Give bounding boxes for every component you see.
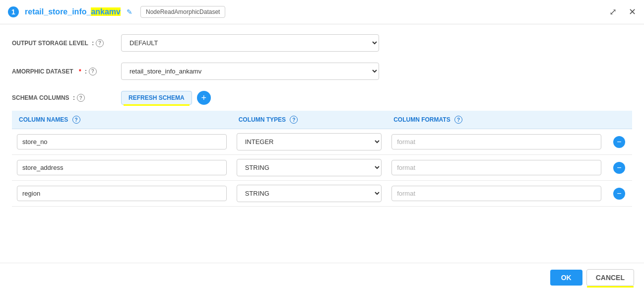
column-type-select-1[interactable]: INTEGERSTRINGFLOATBOOLEANDATETIMESTAMP bbox=[237, 159, 382, 176]
actions-header bbox=[606, 111, 632, 129]
output-storage-level-select[interactable]: DEFAULT MEMORY_ONLY DISK_ONLY MEMORY_AND… bbox=[121, 34, 379, 52]
amorphic-dataset-select[interactable]: retail_store_info_ankamv bbox=[121, 63, 379, 80]
title-highlight: ankamv bbox=[91, 7, 121, 16]
column-format-input-2[interactable] bbox=[391, 186, 601, 201]
table-row: INTEGERSTRINGFLOATBOOLEANDATETIMESTAMP− bbox=[12, 155, 632, 181]
close-icon[interactable]: ✕ bbox=[629, 6, 636, 17]
content-area: OUTPUT STORAGE LEVEL : ? DEFAULT MEMORY_… bbox=[0, 24, 644, 263]
column-format-input-0[interactable] bbox=[391, 134, 601, 149]
output-storage-level-label: OUTPUT STORAGE LEVEL : ? bbox=[12, 39, 121, 47]
output-storage-level-help-icon[interactable]: ? bbox=[96, 39, 104, 47]
column-name-input-0[interactable] bbox=[17, 134, 227, 149]
ok-button[interactable]: OK bbox=[550, 270, 582, 286]
schema-columns-label: SCHEMA COLUMNS : ? bbox=[12, 94, 121, 102]
add-schema-column-button[interactable]: + bbox=[197, 91, 211, 105]
table-row: INTEGERSTRINGFLOATBOOLEANDATETIMESTAMP− bbox=[12, 129, 632, 155]
page-title: retail_store_info_ankamv bbox=[25, 7, 121, 16]
column-name-input-1[interactable] bbox=[17, 160, 227, 175]
column-types-header: COLUMN TYPES ? bbox=[232, 111, 387, 129]
table-header-row: COLUMN NAMES ? COLUMN TYPES ? COLUMN FOR… bbox=[12, 111, 632, 129]
node-type-badge: NodeReadAmorphicDataset bbox=[140, 6, 225, 18]
edit-icon[interactable]: ✎ bbox=[127, 8, 132, 16]
column-name-input-2[interactable] bbox=[17, 186, 227, 201]
amorphic-dataset-label: AMORPHIC DATASET * : ? bbox=[12, 68, 121, 75]
table-row: INTEGERSTRINGFLOATBOOLEANDATETIMESTAMP− bbox=[12, 181, 632, 207]
schema-table: COLUMN NAMES ? COLUMN TYPES ? COLUMN FOR… bbox=[12, 111, 632, 207]
column-formats-help-icon[interactable]: ? bbox=[454, 116, 462, 124]
column-names-header: COLUMN NAMES ? bbox=[12, 111, 232, 129]
output-storage-level-control: DEFAULT MEMORY_ONLY DISK_ONLY MEMORY_AND… bbox=[121, 34, 379, 52]
cancel-button[interactable]: CANCEL bbox=[586, 269, 634, 286]
column-type-select-2[interactable]: INTEGERSTRINGFLOATBOOLEANDATETIMESTAMP bbox=[237, 185, 382, 202]
remove-row-button-2[interactable]: − bbox=[613, 188, 625, 200]
header: 1 retail_store_info_ankamv ✎ NodeReadAmo… bbox=[0, 0, 644, 24]
column-types-help-icon[interactable]: ? bbox=[290, 116, 298, 124]
refresh-schema-button[interactable]: REFRESH SCHEMA bbox=[121, 91, 192, 105]
amorphic-dataset-control: retail_store_info_ankamv bbox=[121, 63, 379, 80]
schema-columns-help-icon[interactable]: ? bbox=[77, 94, 85, 102]
step-number: 1 bbox=[8, 6, 19, 17]
output-storage-level-row: OUTPUT STORAGE LEVEL : ? DEFAULT MEMORY_… bbox=[12, 34, 632, 52]
column-formats-header: COLUMN FORMATS ? bbox=[386, 111, 606, 129]
column-type-select-0[interactable]: INTEGERSTRINGFLOATBOOLEANDATETIMESTAMP bbox=[237, 133, 382, 150]
title-prefix: retail_store_info_ bbox=[25, 7, 91, 16]
expand-icon[interactable]: ⤢ bbox=[609, 6, 617, 17]
amorphic-dataset-row: AMORPHIC DATASET * : ? retail_store_info… bbox=[12, 63, 632, 80]
column-names-help-icon[interactable]: ? bbox=[72, 116, 80, 124]
remove-row-button-1[interactable]: − bbox=[613, 162, 625, 174]
column-format-input-1[interactable] bbox=[391, 160, 601, 175]
footer: OK CANCEL bbox=[0, 263, 644, 292]
remove-row-button-0[interactable]: − bbox=[613, 136, 625, 148]
amorphic-dataset-help-icon[interactable]: ? bbox=[89, 68, 97, 75]
schema-columns-row: SCHEMA COLUMNS : ? REFRESH SCHEMA + bbox=[12, 91, 632, 105]
dialog: 1 retail_store_info_ankamv ✎ NodeReadAmo… bbox=[0, 0, 644, 292]
